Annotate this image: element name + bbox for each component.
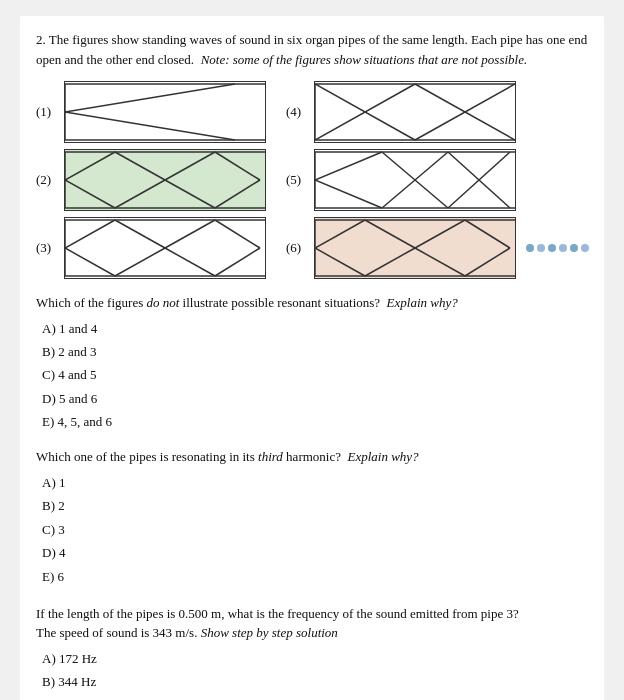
pipe-label-6: (6) — [286, 240, 308, 256]
sub1-option-a: A) 1 and 4 — [42, 317, 588, 340]
svg-line-16 — [65, 180, 115, 208]
pipe-figure-3 — [64, 217, 266, 279]
sub1-question: Which of the figures do not illustrate p… — [36, 293, 588, 313]
pipe-svg-5 — [315, 150, 515, 210]
sub2-option-d: D) 4 — [42, 541, 588, 564]
svg-line-18 — [115, 180, 165, 208]
sub-question-3: If the length of the pipes is 0.500 m, w… — [36, 604, 588, 700]
svg-line-42 — [215, 248, 260, 276]
decorative-dots — [526, 244, 589, 252]
svg-line-21 — [215, 152, 260, 180]
sub2-option-c: C) 3 — [42, 518, 588, 541]
sub3-emphasis: Show step by step solution — [201, 625, 338, 640]
pipe-row-6: (6) — [286, 217, 589, 279]
pipe-label-5: (5) — [286, 172, 308, 188]
svg-line-40 — [165, 248, 215, 276]
pipe-figure-1 — [64, 81, 266, 143]
svg-line-15 — [65, 152, 115, 180]
question-number: 2. — [36, 32, 46, 47]
svg-line-50 — [415, 220, 465, 248]
svg-line-35 — [65, 220, 115, 248]
svg-line-46 — [315, 220, 365, 248]
svg-line-22 — [215, 180, 260, 208]
pipe-label-3: (3) — [36, 240, 58, 256]
svg-line-52 — [465, 220, 510, 248]
svg-line-36 — [65, 248, 115, 276]
svg-line-19 — [165, 152, 215, 180]
sub-question-1: Which of the figures do not illustrate p… — [36, 293, 588, 433]
sub3-option-a: A) 172 Hz — [42, 647, 588, 670]
sub2-option-e: E) 6 — [42, 565, 588, 588]
sub3-option-c: C) 429 Hz — [42, 694, 588, 700]
sub2-question: Which one of the pipes is resonating in … — [36, 447, 588, 467]
pipe-svg-2 — [65, 150, 265, 210]
sub2-options: A) 1 B) 2 C) 3 D) 4 E) 6 — [42, 471, 588, 588]
sub1-options: A) 1 and 4 B) 2 and 3 C) 4 and 5 D) 5 an… — [42, 317, 588, 434]
pipe-label-4: (4) — [286, 104, 308, 120]
pipe-row-1: (1) — [36, 81, 266, 143]
sub-question-2: Which one of the pipes is resonating in … — [36, 447, 588, 587]
svg-line-47 — [315, 248, 365, 276]
sub3-options: A) 172 Hz B) 344 Hz C) 429 Hz D) 515 Hz … — [42, 647, 588, 700]
pipe-row-3: (3) — [36, 217, 266, 279]
question-note: Note: some of the figures show situation… — [201, 52, 528, 67]
sub1-option-c: C) 4 and 5 — [42, 363, 588, 386]
question-block: 2. The figures show standing waves of so… — [20, 16, 604, 700]
pipe-label-2: (2) — [36, 172, 58, 188]
sub2-option-b: B) 2 — [42, 494, 588, 517]
svg-line-53 — [465, 248, 510, 276]
svg-line-49 — [365, 248, 415, 276]
svg-line-48 — [365, 220, 415, 248]
pipe-svg-4 — [315, 82, 515, 142]
pipe-svg-3 — [65, 218, 265, 278]
sub2-explain: Explain why? — [347, 449, 418, 464]
pipe-figure-5 — [314, 149, 516, 211]
pipe-label-1: (1) — [36, 104, 58, 120]
pipe-figure-4 — [314, 81, 516, 143]
svg-line-51 — [415, 248, 465, 276]
sub2-emphasis: third — [258, 449, 283, 464]
svg-line-38 — [115, 248, 165, 276]
sub1-emphasis: do not — [146, 295, 179, 310]
sub3-text: If the length of the pipes is 0.500 m, w… — [36, 604, 588, 643]
svg-line-41 — [215, 220, 260, 248]
sub1-option-d: D) 5 and 6 — [42, 387, 588, 410]
svg-line-27 — [315, 180, 382, 208]
svg-line-17 — [115, 152, 165, 180]
pipe-svg-6 — [315, 218, 515, 278]
pipe-row-4: (4) — [286, 81, 589, 143]
sub1-option-b: B) 2 and 3 — [42, 340, 588, 363]
svg-line-37 — [115, 220, 165, 248]
sub3-option-b: B) 344 Hz — [42, 670, 588, 693]
svg-line-39 — [165, 220, 215, 248]
pipe-figure-2 — [64, 149, 266, 211]
sub2-option-a: A) 1 — [42, 471, 588, 494]
sub1-option-e: E) 4, 5, and 6 — [42, 410, 588, 433]
question-header: 2. The figures show standing waves of so… — [36, 30, 588, 69]
pipe-row-5: (5) — [286, 149, 589, 211]
svg-line-26 — [315, 152, 382, 180]
pipe-svg-1 — [65, 82, 265, 142]
pipe-row-2: (2) — [36, 149, 266, 211]
pipes-grid: (1) (4) — [36, 81, 588, 279]
sub1-explain: Explain why? — [387, 295, 458, 310]
svg-line-3 — [65, 84, 235, 112]
svg-line-4 — [65, 112, 235, 140]
svg-line-20 — [165, 180, 215, 208]
pipe-figure-6 — [314, 217, 516, 279]
